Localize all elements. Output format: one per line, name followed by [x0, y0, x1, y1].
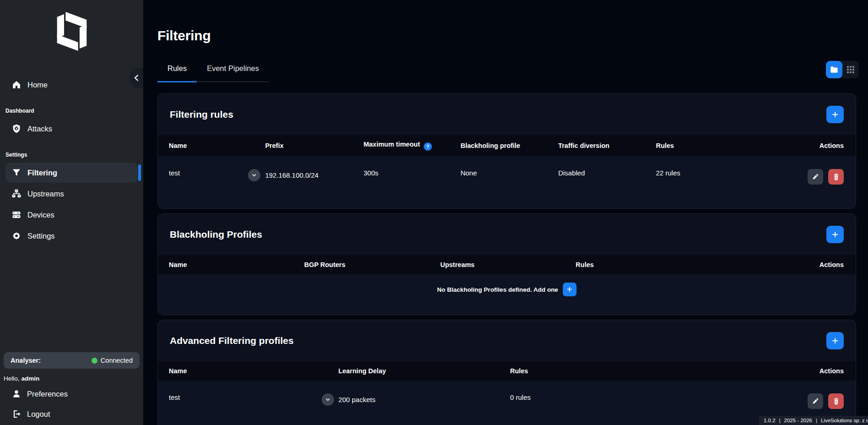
- sidebar-section-settings: Settings: [5, 140, 138, 162]
- tab-event-pipelines[interactable]: Event Pipelines: [197, 64, 269, 82]
- empty-state-row: No Blackholing Profiles defined. Add one…: [158, 274, 856, 315]
- col-prefix: Prefix: [254, 135, 352, 156]
- sidebar-item-label: Upstreams: [27, 190, 64, 198]
- learning-delay-value: 200 packets: [339, 396, 376, 403]
- sidebar-item-label: Home: [27, 81, 48, 89]
- sidebar-item-settings[interactable]: Settings: [5, 226, 138, 246]
- sidebar-item-devices[interactable]: Devices: [5, 205, 138, 225]
- sidebar-section-dashboard: Dashboard: [5, 96, 138, 118]
- gear-icon: [12, 231, 21, 240]
- blackholing-profiles-table: Name BGP Routers Upstreams Rules Actions…: [158, 255, 856, 315]
- cell-learning-delay: 200 packets: [328, 381, 499, 425]
- version-footer: 1.0.2 | 2025 - 2026 | LiveSolutions sp. …: [759, 416, 868, 425]
- empty-state: No Blackholing Profiles defined. Add one…: [158, 274, 856, 315]
- add-blackholing-profile-button[interactable]: +: [826, 226, 844, 243]
- connected-status-dot: [92, 358, 97, 364]
- table-row: test 200 packets 0 rules: [158, 381, 856, 425]
- filter-icon: [12, 168, 21, 177]
- sidebar-nav: Home Dashboard Attacks Settings Fil: [0, 75, 143, 246]
- pencil-icon: [812, 173, 819, 180]
- col-actions: Actions: [743, 135, 856, 156]
- filtering-rules-table: Name Prefix Maximum timeout? Blackholing…: [158, 135, 856, 208]
- sidebar-item-home[interactable]: Home: [5, 75, 138, 95]
- logo-icon: [56, 12, 87, 51]
- cell-actions: [743, 156, 856, 208]
- sidebar-item-label: Attacks: [27, 125, 52, 133]
- greeting: Hello,admin: [0, 374, 143, 384]
- card-title: Filtering rules: [170, 109, 233, 120]
- grid-icon: [847, 66, 854, 73]
- sidebar-item-filtering[interactable]: Filtering: [5, 163, 138, 183]
- footer-separator: |: [816, 418, 817, 423]
- prefix-value: 192.168.100.0/24: [265, 171, 318, 179]
- user-icon: [12, 389, 21, 398]
- analyser-label: Analyser:: [11, 357, 41, 364]
- add-filtering-rule-button[interactable]: +: [826, 106, 844, 123]
- col-blackholing-profile: Blackholing profile: [449, 135, 547, 156]
- sidebar-item-label: Logout: [27, 410, 50, 419]
- chevron-down-icon: [251, 172, 257, 178]
- cell-traffic-diversion: Disabled: [547, 156, 645, 208]
- delete-button[interactable]: [828, 393, 844, 409]
- col-maximum-timeout: Maximum timeout?: [352, 135, 449, 156]
- col-rules: Rules: [565, 255, 704, 274]
- sidebar-item-attacks[interactable]: Attacks: [5, 119, 138, 139]
- edit-button[interactable]: [808, 169, 823, 185]
- sitemap-icon: [12, 189, 21, 198]
- pencil-icon: [812, 398, 819, 405]
- tab-rules[interactable]: Rules: [157, 64, 197, 82]
- footer-version: 1.0.2: [764, 418, 776, 423]
- col-rules: Rules: [499, 361, 671, 381]
- col-name: Name: [158, 361, 328, 381]
- logout-icon: [12, 409, 21, 419]
- expand-prefix-button[interactable]: [248, 169, 260, 181]
- cell-maximum-timeout: 300s: [352, 156, 449, 208]
- view-toggle: [826, 61, 859, 78]
- card-title: Advanced Filtering profiles: [170, 335, 294, 346]
- advanced-filtering-profiles-card: Advanced Filtering profiles + Name Learn…: [157, 320, 856, 425]
- cell-rules: 0 rules: [499, 381, 671, 425]
- greeting-username: admin: [22, 375, 40, 382]
- footer-separator: |: [779, 418, 781, 423]
- sidebar-item-label: Settings: [27, 232, 55, 240]
- footer-company: LiveSolutions sp. z o.o.: [821, 418, 868, 423]
- add-advanced-profile-button[interactable]: +: [826, 332, 844, 349]
- footer-years: 2025 - 2026: [784, 418, 812, 423]
- app-logo: [0, 0, 143, 51]
- sidebar: Home Dashboard Attacks Settings Fil: [0, 0, 143, 425]
- trash-icon: [833, 398, 840, 405]
- page-title: Filtering: [157, 0, 856, 44]
- advanced-profiles-table: Name Learning Delay Rules Actions test: [158, 361, 856, 425]
- expand-learning-delay-button[interactable]: [322, 393, 334, 406]
- grid-view-button[interactable]: [842, 61, 859, 78]
- col-traffic-diversion: Traffic diversion: [547, 135, 645, 156]
- cell-name: test: [158, 156, 254, 208]
- server-icon: [12, 210, 21, 219]
- edit-button[interactable]: [808, 393, 823, 409]
- analyser-status-panel: Analyser: Connected: [4, 352, 140, 369]
- cell-prefix: 192.168.100.0/24: [254, 156, 352, 208]
- col-actions: Actions: [704, 255, 856, 274]
- filtering-rules-card: Filtering rules + Name Prefix Maximum ti…: [157, 93, 856, 209]
- col-name: Name: [158, 255, 293, 274]
- sidebar-bottom: Analyser: Connected Hello,admin Preferen…: [0, 352, 143, 424]
- empty-add-button[interactable]: +: [563, 283, 577, 296]
- sidebar-item-logout[interactable]: Logout: [0, 404, 143, 424]
- col-name: Name: [158, 135, 254, 156]
- delete-button[interactable]: [828, 169, 844, 185]
- table-header-row: Name Learning Delay Rules Actions: [158, 361, 856, 381]
- analyser-status-text: Connected: [101, 357, 133, 364]
- cell-rules: 22 rules: [645, 156, 743, 208]
- cell-name: test: [158, 381, 328, 425]
- folder-view-button[interactable]: [826, 61, 842, 78]
- greeting-prefix: Hello,: [4, 375, 20, 382]
- sidebar-item-upstreams[interactable]: Upstreams: [5, 184, 138, 204]
- col-bgp-routers: BGP Routers: [293, 255, 429, 274]
- trash-icon: [833, 173, 840, 180]
- table-header-row: Name Prefix Maximum timeout? Blackholing…: [158, 135, 856, 156]
- card-title: Blackholing Profiles: [170, 229, 262, 240]
- sidebar-item-preferences[interactable]: Preferences: [0, 384, 143, 404]
- home-icon: [12, 80, 21, 89]
- col-rules: Rules: [645, 135, 743, 156]
- help-icon[interactable]: ?: [424, 142, 432, 151]
